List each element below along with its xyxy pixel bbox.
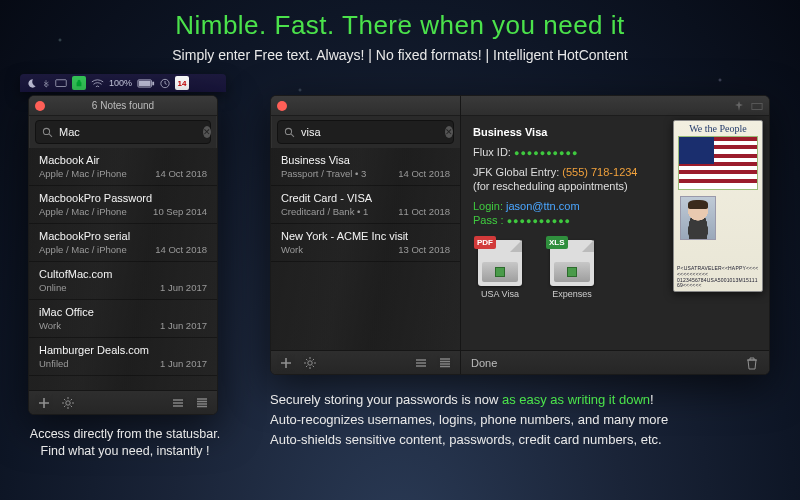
item-meta: Online	[39, 282, 66, 293]
login-value[interactable]: jason@ttn.com	[506, 200, 580, 212]
item-title: Credit Card - VISA	[281, 192, 450, 204]
settings-button[interactable]	[303, 356, 317, 370]
item-date: 13 Oct 2018	[398, 244, 450, 255]
wifi-icon	[91, 78, 104, 89]
item-meta: Passport / Travel • 3	[281, 168, 366, 179]
field-label: JFK Global Entry:	[473, 166, 559, 178]
done-button[interactable]: Done	[471, 357, 497, 369]
phone-value[interactable]: (555) 718-1234	[562, 166, 637, 178]
item-meta: Apple / Mac / iPhone	[39, 168, 127, 179]
caption-right: Securely storing your passwords is now a…	[270, 390, 780, 450]
svg-rect-0	[56, 79, 67, 86]
titlebar: 6 Notes found	[29, 96, 217, 116]
search-icon	[42, 127, 53, 138]
item-date: 14 Oct 2018	[398, 168, 450, 179]
field-label: Pass :	[473, 214, 504, 226]
caption-left: Access directly from the statusbar. Find…	[20, 426, 230, 460]
add-button[interactable]	[279, 356, 293, 370]
battery-icon	[137, 78, 155, 89]
add-button[interactable]	[37, 396, 51, 410]
item-title: Macbook Air	[39, 154, 207, 166]
popout-icon[interactable]	[751, 100, 763, 112]
list-item[interactable]: Business VisaPassport / Travel • 314 Oct…	[271, 148, 460, 186]
item-date: 1 Jun 2017	[160, 320, 207, 331]
svg-rect-2	[139, 80, 151, 85]
list-item[interactable]: Hamburger Deals.comUnfiled1 Jun 2017	[29, 338, 217, 376]
passport-flag	[678, 136, 758, 190]
attachment-file[interactable]: PDFUSA Visa	[473, 240, 527, 299]
search-input[interactable]	[301, 126, 439, 138]
search-field[interactable]: ✕	[35, 120, 211, 144]
item-title: MacbookPro Password	[39, 192, 207, 204]
list-item[interactable]: iMac OfficeWork1 Jun 2017	[29, 300, 217, 338]
svg-point-5	[43, 128, 49, 134]
clear-search-button[interactable]: ✕	[445, 126, 453, 138]
list-item[interactable]: Credit Card - VISACreditcard / Bank • 11…	[271, 186, 460, 224]
passport-attachment[interactable]: We the People P<USATRAVELER<<HAPPY<<<<<<…	[673, 120, 763, 292]
svg-rect-3	[152, 81, 154, 85]
window-title: 6 Notes found	[29, 100, 217, 111]
notes-popover-window: 6 Notes found ✕ Macbook AirApple / Mac /…	[28, 95, 218, 415]
compact-view-button[interactable]	[438, 356, 452, 370]
item-date: 14 Oct 2018	[155, 168, 207, 179]
pin-icon[interactable]	[733, 100, 745, 112]
bottom-toolbar	[271, 350, 460, 374]
masked-value	[507, 214, 571, 226]
attachment-file[interactable]: XLSExpenses	[545, 240, 599, 299]
item-date: 1 Jun 2017	[160, 358, 207, 369]
passport-mrz: P<USATRAVELER<<HAPPY<<<<<<<<<<<<<<012345…	[677, 266, 759, 289]
results-list: Macbook AirApple / Mac / iPhone14 Oct 20…	[29, 148, 217, 390]
detail-toolbar: Done	[461, 350, 769, 374]
close-button[interactable]	[277, 101, 287, 111]
item-title: iMac Office	[39, 306, 207, 318]
item-meta: Work	[39, 320, 61, 331]
passport-photo	[680, 196, 716, 240]
passport-header: We the People	[674, 121, 762, 134]
list-item[interactable]: CultofMac.comOnline1 Jun 2017	[29, 262, 217, 300]
item-date: 10 Sep 2014	[153, 206, 207, 217]
item-date: 11 Oct 2018	[398, 206, 450, 217]
macos-menubar: 100% 14	[20, 74, 226, 92]
masked-value	[514, 146, 578, 158]
svg-rect-10	[752, 103, 762, 109]
list-item[interactable]: New York - ACME Inc visitWork13 Oct 2018	[271, 224, 460, 262]
file-label: Expenses	[545, 289, 599, 299]
menu-extra-icon	[160, 78, 170, 89]
moon-icon	[26, 78, 37, 89]
notes-editor-window: ✕ Business VisaPassport / Travel • 314 O…	[270, 95, 770, 375]
search-field[interactable]: ✕	[277, 120, 454, 144]
field-label: Login:	[473, 200, 503, 212]
item-meta: Creditcard / Bank • 1	[281, 206, 368, 217]
file-badge: PDF	[474, 236, 496, 249]
item-title: Business Visa	[281, 154, 450, 166]
trash-button[interactable]	[745, 356, 759, 370]
calendar-badge: 14	[175, 76, 189, 90]
file-label: USA Visa	[473, 289, 527, 299]
item-meta: Unfiled	[39, 358, 69, 369]
item-date: 14 Oct 2018	[155, 244, 207, 255]
detail-titlebar	[461, 96, 769, 116]
list-item[interactable]: MacbookPro serialApple / Mac / iPhone14 …	[29, 224, 217, 262]
bottom-toolbar	[29, 390, 217, 414]
search-icon	[284, 127, 295, 138]
list-item[interactable]: MacbookPro PasswordApple / Mac / iPhone1…	[29, 186, 217, 224]
item-meta: Apple / Mac / iPhone	[39, 244, 127, 255]
compact-view-button[interactable]	[195, 396, 209, 410]
search-input[interactable]	[59, 126, 197, 138]
settings-button[interactable]	[61, 396, 75, 410]
list-view-button[interactable]	[171, 396, 185, 410]
file-badge: XLS	[546, 236, 568, 249]
list-item[interactable]: Macbook AirApple / Mac / iPhone14 Oct 20…	[29, 148, 217, 186]
item-meta: Work	[281, 244, 303, 255]
item-title: MacbookPro serial	[39, 230, 207, 242]
item-date: 1 Jun 2017	[160, 282, 207, 293]
results-list: Business VisaPassport / Travel • 314 Oct…	[271, 148, 460, 350]
battery-percent: 100%	[109, 78, 132, 88]
clear-search-button[interactable]: ✕	[203, 126, 211, 138]
item-meta: Apple / Mac / iPhone	[39, 206, 127, 217]
list-view-button[interactable]	[414, 356, 428, 370]
titlebar	[271, 96, 460, 116]
field-label: Flux ID:	[473, 146, 511, 158]
item-title: Hamburger Deals.com	[39, 344, 207, 356]
svg-point-9	[308, 360, 312, 364]
